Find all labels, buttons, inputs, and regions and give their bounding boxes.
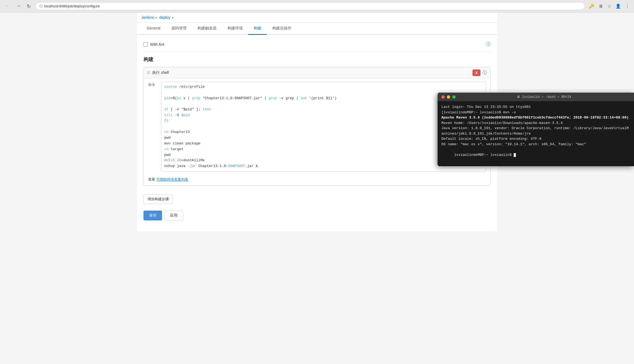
- drag-handle-icon[interactable]: ☰: [147, 71, 150, 75]
- terminal-line-5: Java version: 1.8.0_191, vendor: Oracle …: [441, 126, 630, 136]
- shell-help-icon[interactable]: ⓘ: [483, 70, 487, 76]
- cast-icon[interactable]: 🖥: [597, 3, 604, 10]
- reload-button[interactable]: ↻: [25, 3, 32, 10]
- breadcrumb-sep-2: ▸: [172, 16, 174, 19]
- env-link[interactable]: 可用的环境变量列表: [156, 177, 188, 181]
- command-label: 命令: [148, 82, 157, 87]
- code-line-1: source /etc/profile: [164, 84, 483, 90]
- terminal-body[interactable]: Last login: Thu Dec 13 23:35:55 on ttys0…: [438, 101, 634, 166]
- breadcrumb: Jenkins ▸ deploy ▸: [137, 13, 497, 23]
- terminal-maximize-button[interactable]: [452, 95, 456, 99]
- bottom-buttons: 增加构建步骤: [143, 190, 491, 208]
- info-icon: ⓘ: [39, 4, 43, 8]
- code-line-blank3: [164, 124, 483, 130]
- shell-delete-button[interactable]: X: [472, 69, 480, 76]
- env-link-row: 查看 可用的环境变量列表: [144, 175, 490, 185]
- address-bar[interactable]: ⓘ localhost:8080/job/deploy/configure: [35, 2, 585, 10]
- code-line-12: nohup java -jar Chapter13-1.0-SNAPSHOT.j…: [164, 163, 483, 169]
- tab-post-build[interactable]: 构建后操作: [267, 23, 297, 35]
- terminal-line-2: [lvxiaolindeMBP:~ lvxiaolin$ mvn -v: [441, 110, 630, 115]
- code-line-11: BUILD_ID=dontKillMe: [164, 158, 483, 163]
- browser-chrome: ← → ↻ ⓘ localhost:8080/job/deploy/config…: [0, 0, 634, 13]
- with-ant-row: With Ant ⓘ: [143, 39, 491, 52]
- code-line-3: if [ -n "$pid" ]; then: [164, 107, 483, 113]
- terminal-close-button[interactable]: [441, 95, 445, 99]
- breadcrumb-deploy[interactable]: deploy: [159, 15, 170, 20]
- back-button[interactable]: ←: [3, 3, 11, 10]
- with-ant-checkbox[interactable]: [143, 42, 148, 47]
- build-section-title: 构建: [143, 56, 491, 63]
- terminal-title-bar: 🖥 lvxiaolin — -bash — 80×24: [438, 93, 634, 101]
- terminal-minimize-button[interactable]: [447, 95, 450, 99]
- bookmark-icon[interactable]: ☆: [606, 2, 612, 10]
- env-link-prefix: 查看: [148, 177, 155, 181]
- code-line-8: mvn clean package: [164, 141, 483, 147]
- shell-header-left: ☰ 执行 shell: [147, 70, 169, 75]
- command-code-block[interactable]: source /etc/profile pid=$(ps x | grep "C…: [161, 82, 486, 172]
- with-ant-help-icon[interactable]: ⓘ: [486, 41, 491, 47]
- terminal-title-text: 🖥 lvxiaolin — -bash — 80×24: [458, 95, 630, 99]
- code-line-blank2: [164, 101, 483, 107]
- browser-actions: 🔑 🖥 ☆ 👤 ⋮: [588, 2, 631, 10]
- code-line-10: pwd: [164, 152, 483, 158]
- apply-button[interactable]: 应用: [164, 211, 183, 220]
- breadcrumb-jenkins[interactable]: Jenkins: [141, 15, 154, 20]
- tab-build[interactable]: 构建: [248, 23, 267, 35]
- terminal-line-1: Last login: Thu Dec 13 23:35:55 on ttys0…: [441, 104, 630, 110]
- forward-button[interactable]: →: [14, 3, 22, 10]
- code-line-2: pid=$(ps x | grep "Chapter13-1.0-SNAPSHO…: [164, 96, 483, 101]
- breadcrumb-sep-1: ▸: [156, 16, 157, 19]
- tabs-bar: General 源码管理 构建触发器 构建环境 构建 构建后操作: [137, 23, 497, 35]
- save-button[interactable]: 保存: [143, 211, 162, 220]
- tab-trigger[interactable]: 构建触发器: [192, 23, 222, 35]
- terminal-line-8: lvxiaolindeMBP:~ lvxiaolin$: [441, 147, 630, 163]
- code-line-7: pwd: [164, 135, 483, 141]
- with-ant-label: With Ant: [150, 42, 164, 47]
- code-line-6: cd Chapter13: [164, 129, 483, 135]
- add-build-step-button[interactable]: 增加构建步骤: [143, 194, 173, 204]
- terminal-line-4: Maven home: /Users/lvxiaolin/Downloads/a…: [441, 120, 630, 126]
- code-line-4: kill -9 $pid: [164, 113, 483, 118]
- tab-env[interactable]: 构建环境: [222, 23, 248, 35]
- shell-title: 执行 shell: [152, 70, 169, 75]
- url-text: localhost:8080/job/deploy/configure: [44, 4, 100, 8]
- shell-header: ☰ 执行 shell X ⓘ: [144, 67, 490, 78]
- code-line-blank1: [164, 90, 483, 96]
- code-line-9: cd target: [164, 147, 483, 152]
- code-line-5: fi: [164, 118, 483, 124]
- terminal-window[interactable]: 🖥 lvxiaolin — -bash — 80×24 Last login: …: [438, 93, 634, 166]
- account-icon[interactable]: 👤: [614, 2, 622, 10]
- terminal-line-6: Default locale: zh_CN, platform encoding…: [441, 136, 630, 142]
- shell-header-right: X ⓘ: [472, 69, 487, 76]
- terminal-cursor: [514, 153, 516, 157]
- tab-source[interactable]: 源码管理: [166, 23, 192, 35]
- menu-icon[interactable]: ⋮: [624, 2, 631, 10]
- tab-general[interactable]: General: [141, 23, 166, 35]
- terminal-line-7: OS name: "mac os x", version: "10.14.1",…: [441, 142, 630, 147]
- save-apply-buttons: 保存 应用: [143, 208, 491, 227]
- terminal-line-3: Apache Maven 3.5.4 (1edded0938998edf8bf0…: [441, 115, 630, 120]
- key-icon[interactable]: 🔑: [588, 2, 595, 10]
